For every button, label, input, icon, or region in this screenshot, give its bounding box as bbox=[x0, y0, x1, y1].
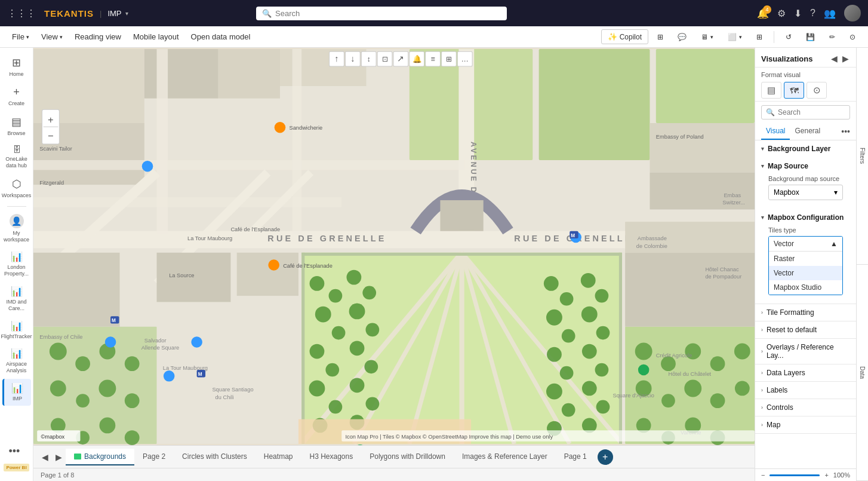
sidebar-item-home[interactable]: ⊞ Home bbox=[2, 53, 31, 81]
panel-search[interactable]: 🔍 bbox=[761, 105, 850, 120]
notification-bell[interactable]: 🔔 4 bbox=[757, 8, 769, 19]
tab-page1[interactable]: Page 1 bbox=[556, 449, 595, 465]
menu-open-data-model[interactable]: Open data model bbox=[186, 30, 256, 44]
menu-file[interactable]: File ▾ bbox=[7, 30, 34, 44]
map-source-chevron: ▾ bbox=[761, 163, 764, 169]
tab-polygons[interactable]: Polygons with Drilldown bbox=[361, 449, 454, 465]
menu-view[interactable]: View ▾ bbox=[36, 30, 67, 44]
sidebar-item-flight[interactable]: 📊 FlightTracker bbox=[2, 317, 31, 344]
sidebar-more-button[interactable]: ••• bbox=[4, 440, 29, 462]
format-tab-table[interactable]: ▤ bbox=[761, 82, 781, 99]
svg-text:Scavini Tailor: Scavini Tailor bbox=[39, 146, 72, 152]
tabs-more-button[interactable]: ••• bbox=[841, 127, 850, 136]
tiles-option-vector-header[interactable]: Vector ▲ bbox=[769, 237, 842, 252]
sidebar-item-imp[interactable]: 📊 IMP bbox=[2, 379, 31, 406]
svg-point-53 bbox=[546, 384, 562, 400]
sidebar-item-london[interactable]: 📊 London Property... bbox=[2, 247, 31, 281]
grid-menu-icon[interactable]: ⋮⋮⋮ bbox=[7, 8, 36, 19]
sidebar-item-browse[interactable]: ▤ Browse bbox=[2, 112, 31, 140]
map-container[interactable]: RUE DE GRENELLE RUE DE GRENELLE AVENUE D… bbox=[33, 48, 755, 445]
tab-circles[interactable]: Circles with Clusters bbox=[174, 449, 256, 465]
avatar[interactable] bbox=[844, 5, 861, 22]
workspace-name[interactable]: IMP bbox=[107, 9, 121, 18]
sidebar-label-airspace: Airspace Analysis bbox=[5, 361, 29, 374]
background-layer-header[interactable]: ▾ Background Layer bbox=[755, 140, 856, 157]
menu-mobile-layout[interactable]: Mobile layout bbox=[128, 30, 184, 44]
data-tab[interactable]: Data bbox=[857, 265, 868, 482]
imd-icon: 📊 bbox=[11, 286, 23, 297]
tab-heatmap[interactable]: Heatmap bbox=[256, 449, 301, 465]
labels-section[interactable]: › Labels bbox=[755, 382, 856, 399]
reset-section[interactable]: › Reset to default bbox=[755, 321, 856, 339]
map-section[interactable]: › Map bbox=[755, 416, 856, 434]
tab-nav-next[interactable]: ▶ bbox=[52, 450, 66, 464]
tile-formatting-section[interactable]: › Tile Formatting bbox=[755, 304, 856, 321]
format-header: Format visual ▤ 🗺 ⊙ bbox=[755, 68, 856, 102]
menu-action-frame[interactable]: ⬜ ▾ bbox=[722, 30, 747, 44]
zoom-plus-button[interactable]: + bbox=[824, 471, 828, 479]
sidebar-label-workspaces: Workspaces bbox=[2, 192, 31, 199]
menu-action-pencil[interactable]: ✏ bbox=[824, 30, 841, 44]
data-layers-section[interactable]: › Data Layers bbox=[755, 364, 856, 382]
menu-bar: File ▾ View ▾ Reading view Mobile layout… bbox=[0, 26, 868, 48]
menu-action-save[interactable]: 💾 bbox=[801, 30, 820, 44]
tab-h3[interactable]: H3 Hexagons bbox=[301, 449, 361, 465]
panel-search-input[interactable] bbox=[778, 108, 845, 117]
svg-text:M: M bbox=[571, 233, 575, 238]
general-tab[interactable]: General bbox=[790, 123, 825, 140]
menu-action-focus[interactable]: ⊙ bbox=[844, 30, 861, 44]
menu-action-refresh[interactable]: ↺ bbox=[780, 30, 797, 44]
copilot-button[interactable]: ✨ Copilot bbox=[601, 29, 648, 44]
sidebar-item-imd[interactable]: 📊 IMD and Care... bbox=[2, 282, 31, 315]
settings-icon[interactable]: ⚙ bbox=[777, 8, 786, 19]
tiles-option-vector[interactable]: Vector bbox=[769, 266, 842, 280]
mapbox-config-header[interactable]: ▾ Mapbox Configuration bbox=[761, 211, 850, 224]
people-icon[interactable]: 👥 bbox=[824, 8, 836, 19]
tab-backgrounds[interactable]: Backgrounds bbox=[66, 449, 134, 465]
map-section-label: Map bbox=[767, 421, 780, 429]
tiles-option-mapbox-studio[interactable]: Mapbox Studio bbox=[769, 280, 842, 295]
filters-tab[interactable]: Filters bbox=[857, 48, 868, 265]
tab-images[interactable]: Images & Reference Layer bbox=[454, 449, 556, 465]
visual-tab[interactable]: Visual bbox=[761, 123, 790, 140]
panel-scroll[interactable]: ▾ Background Layer ▾ Map Source Backgrou… bbox=[755, 140, 856, 468]
menu-action-screen[interactable]: 🖥 ▾ bbox=[695, 30, 719, 44]
map-section-chevron: › bbox=[761, 422, 763, 428]
sidebar-item-create[interactable]: + Create bbox=[2, 82, 31, 111]
download-icon[interactable]: ⬇ bbox=[794, 8, 802, 19]
zoom-minus-button[interactable]: − bbox=[761, 471, 765, 479]
menu-action-frame2[interactable]: ⊞ bbox=[751, 30, 768, 44]
help-icon[interactable]: ? bbox=[810, 8, 815, 19]
panel-expand-button[interactable]: ▶ bbox=[841, 53, 850, 65]
global-search[interactable]: 🔍 bbox=[256, 7, 507, 20]
map-source-select[interactable]: Mapbox ▾ bbox=[768, 185, 843, 200]
tab-nav-prev[interactable]: ◀ bbox=[38, 450, 52, 464]
svg-text:©mapbox: ©mapbox bbox=[41, 434, 64, 440]
overlays-section[interactable]: › Overlays / Reference Lay... bbox=[755, 339, 856, 364]
tab-page2[interactable]: Page 2 bbox=[134, 449, 174, 465]
sidebar-item-onelake[interactable]: 🗄 OneLake data hub bbox=[2, 141, 31, 173]
controls-section[interactable]: › Controls bbox=[755, 399, 856, 416]
map-source-content-inner: Background map source Mapbox ▾ bbox=[761, 173, 850, 204]
map-source-header[interactable]: ▾ Map Source bbox=[761, 160, 850, 173]
add-tab-button[interactable]: + bbox=[598, 449, 613, 465]
svg-point-30 bbox=[329, 289, 343, 303]
top-bar-actions: 🔔 4 ⚙ ⬇ ? 👥 bbox=[757, 5, 861, 22]
menu-action-chat[interactable]: 💬 bbox=[672, 30, 692, 44]
tiles-dropdown[interactable]: Vector ▲ Raster Vector Map bbox=[768, 236, 843, 295]
workspace-chevron[interactable]: ▾ bbox=[125, 10, 128, 17]
sidebar-item-my-workspace[interactable]: 👤 My workspace bbox=[2, 210, 31, 247]
svg-point-63 bbox=[596, 400, 610, 414]
format-tab-analytics[interactable]: ⊙ bbox=[807, 82, 827, 99]
tiles-option-raster[interactable]: Raster bbox=[769, 252, 842, 266]
sidebar-item-workspaces[interactable]: ⬡ Workspaces bbox=[2, 174, 31, 203]
format-tab-map[interactable]: 🗺 bbox=[784, 82, 804, 99]
brand-name: TEKANTIS bbox=[44, 8, 94, 19]
panel-collapse-button[interactable]: ◀ bbox=[830, 53, 839, 65]
sidebar-item-airspace[interactable]: 📊 Airspace Analysis bbox=[2, 344, 31, 378]
zoom-slider[interactable] bbox=[769, 474, 820, 476]
menu-reading-view[interactable]: Reading view bbox=[70, 30, 126, 44]
search-input[interactable] bbox=[275, 9, 501, 18]
menu-action-grid[interactable]: ⊞ bbox=[652, 30, 669, 44]
svg-rect-102 bbox=[650, 123, 755, 173]
